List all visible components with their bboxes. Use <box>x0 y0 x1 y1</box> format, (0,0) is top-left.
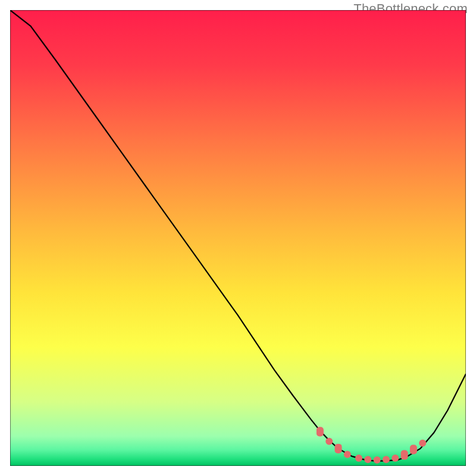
plot-area <box>10 10 466 466</box>
marker-dot <box>392 455 399 462</box>
marker-pill <box>410 444 417 454</box>
svg-rect-0 <box>10 10 466 466</box>
marker-dot <box>419 440 426 447</box>
marker-pill <box>335 444 342 453</box>
marker-dot <box>383 456 390 463</box>
marker-pill <box>317 427 324 437</box>
marker-dot <box>374 456 381 464</box>
marker-dot <box>355 455 362 462</box>
marker-pill <box>401 450 408 460</box>
marker-dot <box>325 438 333 445</box>
marker-dot <box>344 451 351 458</box>
marker-dot <box>364 456 371 463</box>
background-gradient <box>10 10 466 466</box>
figure-frame: TheBottleneck.com <box>0 0 476 476</box>
